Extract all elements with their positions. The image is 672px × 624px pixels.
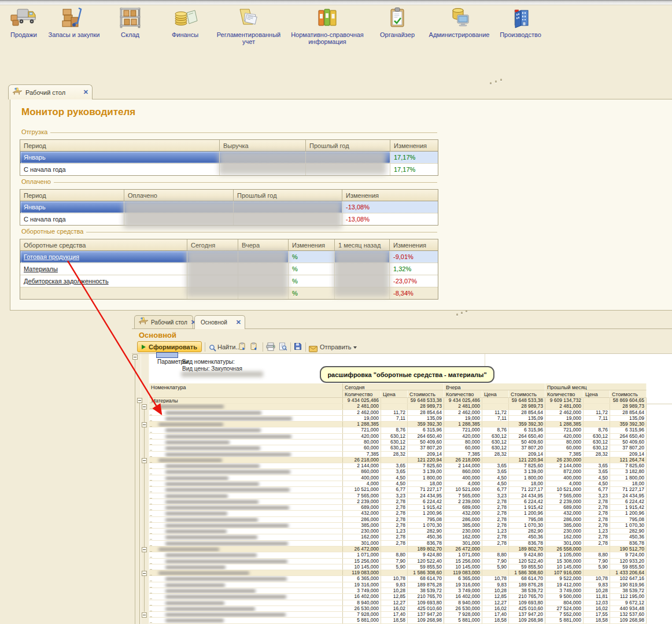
value-cell: 15 256,000	[444, 559, 482, 564]
value-cell: 400,000	[545, 475, 584, 481]
group-row[interactable]: 26 218,000121 220,9426 218,000121 220,94…	[149, 457, 647, 463]
data-row[interactable]: 60,000630,1237 807,2060,000630,1237 807,…	[149, 445, 647, 451]
value-cell: 440 934,48	[610, 606, 647, 611]
data-row[interactable]: 7,38528,32209,147,38528,32209,147,38528,…	[149, 452, 647, 457]
print-preview-icon[interactable]	[279, 342, 287, 353]
selected-cell[interactable]	[156, 352, 178, 358]
group-row[interactable]: Материалы9 434 025,48659 648 533,389 434…	[149, 398, 647, 404]
data-row[interactable]: 400,0004,501 800,00400,0004,501 800,0040…	[149, 475, 647, 481]
data-row[interactable]: 1 071,0008,809 424,801 071,0008,809 424,…	[149, 552, 647, 558]
data-row[interactable]: 19 316,0009,83189 876,2819 316,0009,8318…	[149, 582, 647, 588]
value-cell: 11,72	[584, 410, 610, 415]
drilldown-link[interactable]: Готовая продукция	[20, 251, 187, 263]
value-cell: 721,000	[444, 427, 482, 433]
nomenclature-cell	[149, 570, 343, 575]
value-cell: 17,40	[381, 612, 408, 617]
data-row[interactable]: 860,0003,653 139,00860,0003,653 139,0087…	[149, 469, 647, 475]
value-cell: 7 928,000	[444, 612, 482, 617]
data-row[interactable]: 689,0002,781 915,42689,0002,781 915,4268…	[149, 505, 647, 511]
nav-item-2[interactable]: Запасы и закупки	[46, 7, 102, 38]
collapse-icon[interactable]	[142, 422, 147, 427]
data-row[interactable]: 2 462,00011,7228 854,642 462,00011,7228 …	[149, 410, 647, 416]
data-row[interactable]: 19,0007,11135,0919,0007,11135,0919,0007,…	[149, 416, 647, 422]
close-icon[interactable]: ✕	[83, 88, 88, 96]
nav-item-4[interactable]: Финансы	[158, 7, 212, 38]
value-cell: 1 288,385	[343, 422, 381, 427]
group-row[interactable]: 26 472,000189 802,7026 472,000189 802,70…	[149, 547, 647, 552]
group-row[interactable]: 2 481,00028 989,732 481,00028 989,732 48…	[149, 404, 647, 409]
group-row[interactable]: 119 083,0001 586 308,60119 083,0001 586 …	[149, 570, 647, 576]
collapse-icon[interactable]	[142, 547, 147, 552]
chevron-down-icon[interactable]	[353, 346, 357, 349]
print-icon[interactable]	[266, 342, 275, 353]
data-row[interactable]: 7 928,00017,40137 947,207 928,00017,4013…	[149, 612, 647, 618]
collapse-icon[interactable]	[137, 398, 142, 403]
data-row[interactable]: 80,000630,1250 409,6080,000630,1250 409,…	[149, 440, 647, 445]
data-row[interactable]: 8 940,00012,27109 693,808 940,00012,2710…	[149, 600, 647, 606]
value-cell: 17,40	[482, 612, 509, 617]
collapse-icon[interactable]	[142, 571, 147, 576]
value-cell: 420,000	[343, 434, 381, 439]
value-cell: 5,90	[482, 564, 509, 570]
data-row[interactable]: 4,0004,5018,004,0004,5018,004,0004,5018,…	[149, 481, 647, 487]
drilldown-link[interactable]: Дебиторская задолженность	[20, 275, 187, 287]
value-cell: 2,78	[381, 499, 408, 504]
send-button[interactable]: Отправить	[320, 344, 352, 350]
collapse-icon[interactable]	[142, 612, 147, 618]
nav-item-9[interactable]: Производство	[492, 7, 549, 38]
data-row[interactable]: 721,0008,766 315,96721,0008,766 315,9672…	[149, 427, 647, 433]
data-row[interactable]: 286,0002,78795,08286,0002,78795,08286,00…	[149, 517, 647, 523]
data-row[interactable]: 5 881,00018,58109 268,985 881,00018,5810…	[149, 618, 647, 623]
tab-desktop-report[interactable]: Рабочий стол ✕	[134, 315, 193, 328]
generate-label: Сформировать	[149, 344, 197, 350]
data-row[interactable]: 7 565,0003,2324 434,957 565,0003,2324 43…	[149, 493, 647, 499]
save-values-icon[interactable]	[238, 342, 246, 353]
column-header: 1 месяц назад	[335, 239, 390, 250]
close-icon[interactable]: ✕	[236, 319, 241, 326]
data-row[interactable]: 10 145,0005,9059 855,5010 145,0005,9059 …	[149, 564, 647, 570]
save-icon[interactable]	[294, 342, 302, 353]
nav-item-1[interactable]: Продажи	[3, 7, 44, 38]
data-row[interactable]: 16 402,00012,85210 765,7016 402,00012,85…	[149, 594, 647, 600]
nav-item-7[interactable]: Органайзер	[369, 7, 426, 38]
value-cell: 9 724,00	[610, 552, 647, 557]
find-button[interactable]: Найти...	[217, 344, 241, 350]
collapse-icon[interactable]	[132, 355, 138, 360]
data-row[interactable]: 6 365,00010,7868 614,706 365,00010,7868 …	[149, 576, 647, 582]
data-row[interactable]: 2 239,0002,786 224,422 239,0002,786 224,…	[149, 499, 647, 505]
data-row[interactable]: 10 521,0006,7771 227,1710 521,0006,7771 …	[149, 487, 647, 493]
data-row[interactable]: 385,0002,781 070,30385,0002,781 070,3038…	[149, 523, 647, 529]
period-cell: Январь	[20, 152, 220, 163]
restore-values-icon[interactable]	[250, 342, 258, 353]
data-row[interactable]: 26 530,00016,02425 010,6026 530,00016,02…	[149, 606, 647, 612]
data-row[interactable]: 3 749,00010,2838 539,723 749,00010,2838 …	[149, 588, 647, 594]
data-row[interactable]: 432,0002,781 200,96432,0002,781 200,9643…	[149, 511, 647, 516]
value-cell: 6,77	[381, 487, 408, 492]
value-cell: 16 402,000	[343, 594, 381, 599]
blurred-name	[165, 619, 224, 622]
value-cell: 10 521,000	[545, 487, 584, 492]
nav-item-label: Администрирование	[427, 31, 492, 38]
nav-item-6[interactable]: Нормативно-справочная информация	[287, 7, 368, 45]
value-cell: 630,12	[482, 445, 509, 451]
collapse-icon[interactable]	[142, 458, 147, 463]
generate-button[interactable]: Сформировать	[137, 341, 202, 352]
nav-item-5[interactable]: Регламентированный учет	[212, 7, 286, 45]
value-cell: 190 512,70	[610, 547, 647, 552]
data-row[interactable]: 230,0001,23282,90230,0001,23282,90230,00…	[149, 529, 647, 534]
tab-desktop[interactable]: Рабочий стол ✕	[8, 84, 93, 99]
data-row[interactable]: 162,0002,78450,36162,0002,78450,36162,00…	[149, 534, 647, 540]
data-row[interactable]: 420,000630,12264 650,40420,000630,12264 …	[149, 434, 647, 440]
data-row[interactable]: 301,0002,78836,78301,0002,78836,78301,00…	[149, 541, 647, 547]
nav-item-8[interactable]: Администрирование	[427, 7, 492, 38]
group-row[interactable]: 1 288,385359 392,301 288,385359 392,301 …	[149, 422, 647, 427]
collapse-icon[interactable]	[142, 404, 147, 409]
value-cell: 3,65	[381, 469, 408, 474]
period-cell: С начала года	[20, 164, 220, 175]
drilldown-link[interactable]: Материалы	[20, 263, 187, 275]
nav-item-3[interactable]: Склад	[104, 7, 156, 38]
data-row[interactable]: 15 256,0007,90120 522,4015 256,0007,9012…	[149, 559, 647, 564]
tab-main-report[interactable]: Основной ✕	[194, 315, 245, 329]
data-row[interactable]: 2 144,0003,657 825,602 144,0003,657 825,…	[149, 463, 647, 469]
value-cell: 1 915,42	[408, 505, 444, 510]
